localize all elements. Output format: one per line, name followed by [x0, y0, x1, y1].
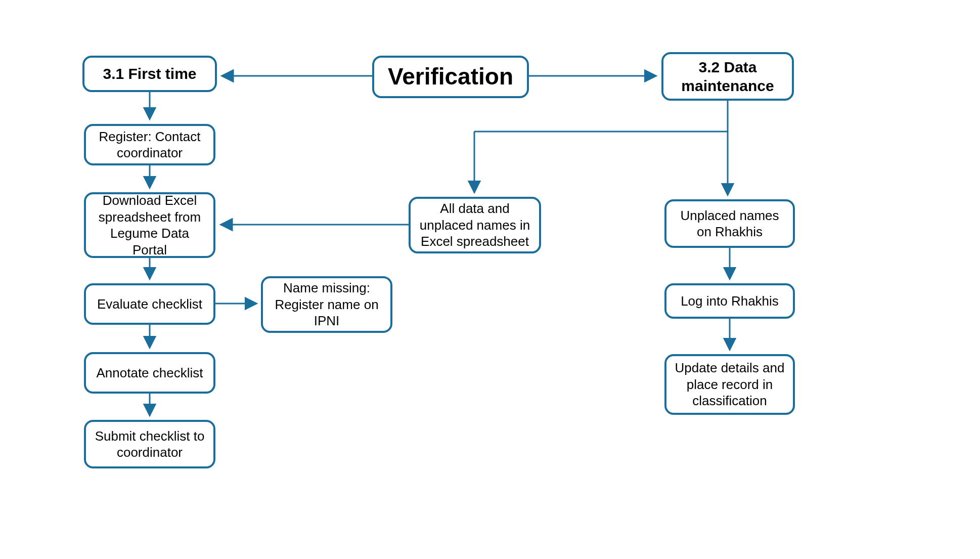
node-unplaced-rhakhis-label: Unplaced names on Rhakhis: [674, 207, 786, 240]
node-all-data-unplaced-label: All data and unplaced names in Excel spr…: [418, 200, 532, 250]
node-unplaced-rhakhis: Unplaced names on Rhakhis: [664, 199, 795, 248]
node-annotate-checklist-label: Annotate checklist: [96, 365, 203, 381]
node-first-time-label: 3.1 First time: [103, 64, 196, 83]
node-register-contact: Register: Contact coordinator: [84, 124, 215, 165]
node-log-into-rhakhis-label: Log into Rhakhis: [681, 293, 779, 310]
node-verification-label: Verification: [388, 62, 513, 92]
node-evaluate-checklist-label: Evaluate checklist: [97, 296, 202, 313]
node-annotate-checklist: Annotate checklist: [84, 352, 215, 394]
node-data-maintenance: 3.2 Data maintenance: [661, 52, 794, 101]
node-download-excel-label: Download Excel spreadsheet from Legume D…: [93, 192, 206, 258]
node-submit-checklist-label: Submit checklist to coordinator: [93, 428, 206, 461]
node-first-time: 3.1 First time: [82, 56, 217, 92]
node-name-missing: Name missing: Register name on IPNI: [261, 276, 392, 333]
node-download-excel: Download Excel spreadsheet from Legume D…: [84, 192, 215, 258]
node-data-maintenance-label: 3.2 Data maintenance: [671, 58, 785, 96]
node-verification: Verification: [372, 56, 529, 98]
node-register-contact-label: Register: Contact coordinator: [93, 128, 206, 161]
flowchart-canvas: Verification 3.1 First time 3.2 Data mai…: [0, 0, 980, 559]
node-evaluate-checklist: Evaluate checklist: [84, 283, 215, 325]
node-update-details-label: Update details and place record in class…: [674, 360, 786, 409]
node-name-missing-label: Name missing: Register name on IPNI: [270, 280, 383, 329]
node-log-into-rhakhis: Log into Rhakhis: [664, 283, 795, 319]
node-update-details: Update details and place record in class…: [664, 354, 795, 415]
node-all-data-unplaced: All data and unplaced names in Excel spr…: [409, 197, 541, 253]
node-submit-checklist: Submit checklist to coordinator: [84, 420, 215, 468]
